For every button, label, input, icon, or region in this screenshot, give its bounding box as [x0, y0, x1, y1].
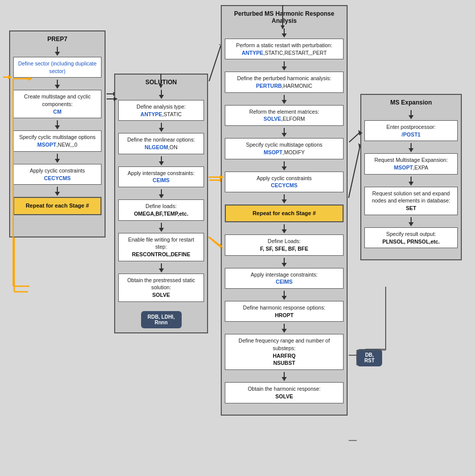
mse-box-1: Enter postprocessor: /POST1 — [364, 120, 458, 141]
mse-box-2-text: Request Multistage Expansion: — [375, 157, 448, 163]
sol-db-text: RDB, LDHI,Rnnn — [148, 314, 175, 325]
sol-box-2: Define the nonlinear options: NLGEOM,ON — [118, 133, 204, 154]
col-perturbed: Perturbed MS Harmonic ResponseAnalysis P… — [221, 5, 348, 416]
mse-box-2-extra: ,EXPA — [413, 164, 428, 171]
prep7-box-3-cmd-extra: ,NEW,,,0 — [56, 142, 77, 148]
pert-box-9-cmd: HROPT — [275, 312, 294, 318]
pert-box-4: Specify cyclic multistage options MSOPT,… — [225, 138, 344, 159]
arrow-mse-3 — [364, 217, 458, 226]
sol-box-3-text: Apply interstage constraints: — [128, 170, 195, 176]
mse-box-3-text: Request solution set and expand nodes an… — [372, 190, 451, 204]
arrow-sol-5 — [118, 263, 204, 273]
arrow-sol-1 — [118, 123, 204, 132]
sol-box-5-cmd: RESCONTROL,DEFINE — [132, 251, 190, 257]
arrow-prep7-0 — [13, 47, 101, 56]
pert-box-11-cmd: SOLVE — [276, 393, 293, 399]
pert-box-10-cmd: HARFRQNSUBST — [273, 353, 296, 366]
sol-box-3: Apply interstage constraints: CEIMS — [118, 166, 204, 187]
mse-box-4-cmd: PLNSOL, PRNSOL,etc. — [382, 239, 439, 245]
arrow-sol-0 — [118, 90, 204, 99]
sol-box-1: Define analysis type: ANTYPE,STATIC — [118, 100, 204, 121]
arrow-pert-0 — [225, 28, 344, 38]
pert-box-2-text: Define the perturbed harmonic analysis: — [237, 75, 331, 81]
sol-box-6-cmd: SOLVE — [152, 292, 170, 298]
prep7-box-3-cmd: MSOPT — [38, 142, 56, 148]
sol-box-5: Enable file writing for restart step: RE… — [118, 233, 204, 261]
mse-box-4-text: Specify result output: — [386, 231, 436, 237]
pert-box-7-cmd: F, SF, SFE, BF, BFE — [260, 246, 308, 252]
prep7-box-2-text: Create multistage and cyclic components: — [24, 93, 90, 107]
arrow-pert-9 — [225, 324, 344, 333]
svg-line-8 — [209, 237, 221, 246]
col-prep7: PREP7 Define sector (including duplicate… — [9, 30, 106, 237]
pert-box-2-extra: ,HARMONIC — [282, 83, 312, 89]
arrow-pert-4 — [225, 161, 344, 171]
arrow-pert-7 — [225, 258, 344, 267]
svg-line-29 — [349, 132, 360, 142]
pert-box-5-cmd: CECYCMS — [271, 182, 298, 188]
pert-box-2: Define the perturbed harmonic analysis: … — [225, 72, 344, 92]
prep7-box-4: Apply cyclic constraints CECYCMS — [13, 164, 101, 185]
db-rst-text: DB,RST — [364, 352, 375, 363]
pert-box-11: Obtain the harmonic response: SOLVE — [225, 382, 344, 403]
ms-expansion-title: MS Expansion — [364, 99, 458, 106]
pert-box-1-cmd: ANTYPE — [242, 50, 263, 56]
prep7-box-1-text: Define sector (including duplicate secto… — [18, 60, 97, 74]
db-rst-box: DB,RST — [357, 349, 382, 366]
perturbed-title: Perturbed MS Harmonic ResponseAnalysis — [225, 10, 344, 24]
prep7-box-3: Specify cyclic multistage options MSOPT,… — [13, 130, 101, 151]
mse-box-3-cmd: SET — [406, 205, 416, 211]
pert-box-8-text: Apply interstage constraints: — [251, 271, 318, 278]
sol-box-6: Obtain the prestressed static solution: … — [118, 274, 204, 302]
sol-box-1-cmd: ANTYPE — [141, 111, 162, 117]
prep7-box-5-text: Repeat for each Stage # — [26, 202, 89, 209]
mse-box-2-cmd: MSOPT — [394, 164, 413, 171]
svg-line-12 — [349, 145, 360, 198]
pert-box-4-cmd: MSOPT — [263, 149, 282, 155]
pert-box-9-text: Define harmonic response options: — [243, 304, 325, 311]
arrow-mse-0 — [364, 110, 458, 119]
pert-box-3: Reform the element matrices: SOLVE,ELFOR… — [225, 105, 344, 126]
arrow-sol-2 — [118, 156, 204, 165]
pert-box-3-text: Reform the element matrices: — [249, 109, 319, 115]
arrow-pert-10 — [225, 372, 344, 381]
sol-box-4-cmd: OMEGA,BF,TEMP,etc. — [134, 211, 188, 217]
sol-box-4-text: Define loads: — [146, 203, 177, 209]
arrow-pert-3 — [225, 128, 344, 137]
pert-box-3-cmd: SOLVE — [263, 116, 281, 122]
arrow-prep7-4 — [13, 187, 101, 196]
arrow-mse-1 — [364, 143, 458, 152]
prep7-box-4-text: Apply cyclic constraints — [30, 167, 85, 174]
arrow-pert-2 — [225, 95, 344, 104]
pert-box-1: Perform a static restart with perturbati… — [225, 39, 344, 59]
mse-box-4: Specify result output: PLNSOL, PRNSOL,et… — [364, 227, 458, 248]
pert-box-7-text: Define Loads: — [268, 238, 301, 244]
pert-box-9: Define harmonic response options: HROPT — [225, 301, 344, 322]
sol-box-2-extra: ,ON — [168, 144, 178, 150]
prep7-box-5-yellow: Repeat for each Stage # — [13, 197, 101, 215]
sol-box-2-text: Define the nonlinear options: — [127, 137, 195, 143]
col-ms-expansion: MS Expansion Enter postprocessor: /POST1… — [360, 94, 462, 260]
svg-line-37 — [209, 237, 221, 247]
pert-box-1-extra: ,STATIC,RESTART,,,PERT — [263, 50, 327, 56]
arrow-prep7-1 — [13, 80, 101, 89]
pert-box-1-text: Perform a static restart with perturbati… — [236, 42, 332, 48]
sol-box-5-text: Enable file writing for restart step: — [128, 236, 194, 250]
prep7-box-2: Create multistage and cyclic components:… — [13, 90, 101, 118]
arrow-pert-5 — [225, 194, 344, 203]
sol-box-6-text: Obtain the prestressed static solution: — [127, 277, 195, 291]
pert-box-5-text: Apply cyclic constraints — [257, 175, 312, 181]
pert-box-10-text: Define frequency range and number of sub… — [239, 337, 330, 351]
diagram-container: PREP7 Define sector (including duplicate… — [0, 0, 475, 476]
pert-box-4-text: Specify cyclic multistage options — [246, 142, 323, 148]
pert-box-6-text: Repeat for each Stage # — [253, 210, 316, 216]
pert-box-2-cmd: PERTURB — [256, 83, 282, 89]
arrow-sol-3 — [118, 189, 204, 198]
mse-box-1-cmd: /POST1 — [401, 131, 420, 138]
pert-box-3-extra: ,ELFORM — [281, 116, 305, 122]
prep7-box-3-text: Specify cyclic multistage options — [19, 134, 96, 140]
sol-box-2-cmd: NLGEOM — [145, 144, 168, 150]
prep7-box-1: Define sector (including duplicate secto… — [13, 57, 101, 78]
arrow-pert-8 — [225, 291, 344, 300]
pert-box-8-cmd: CEIMS — [276, 279, 292, 285]
